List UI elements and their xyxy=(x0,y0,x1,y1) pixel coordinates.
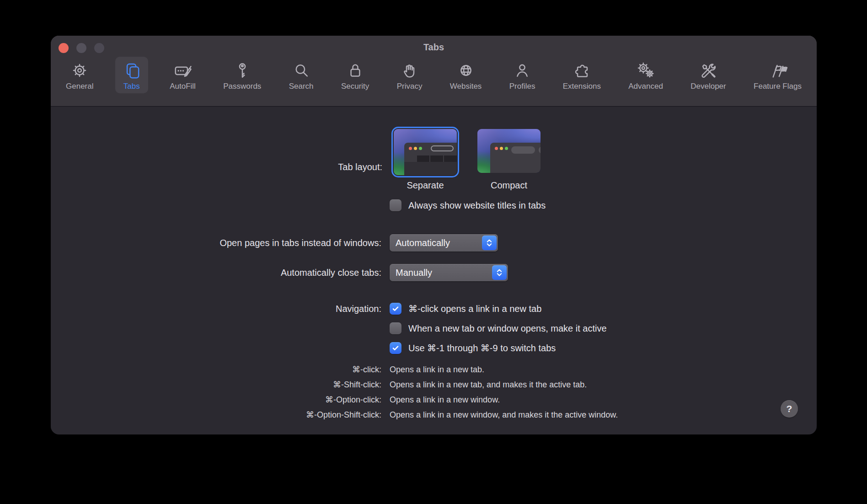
autofill-icon xyxy=(172,60,193,81)
navigation-label: Navigation: xyxy=(51,303,381,315)
lock-icon xyxy=(345,60,366,81)
toolbar-item-feature-flags[interactable]: Feature Flags xyxy=(748,57,808,93)
puzzle-icon xyxy=(571,60,592,81)
flags-icon xyxy=(767,60,788,81)
toolbar-item-profiles[interactable]: Profiles xyxy=(503,57,541,93)
shortcut-description: Opens a link in a new window, and makes … xyxy=(390,409,817,420)
close-tabs-label: Automatically close tabs: xyxy=(51,267,381,279)
help-button[interactable]: ? xyxy=(781,400,798,418)
window-title: Tabs xyxy=(51,42,817,53)
tab-layout-option-separate: Separate xyxy=(391,127,459,193)
tab-layout-thumbnail-compact[interactable] xyxy=(477,129,541,173)
checkbox-use-1-through-9-to-switch-tabs[interactable] xyxy=(390,342,401,354)
question-mark-icon: ? xyxy=(787,403,792,414)
always-show-titles-checkbox[interactable] xyxy=(390,199,401,211)
always-show-titles-label: Always show website titles in tabs xyxy=(408,199,546,211)
nav-checkbox-row: Use ⌘-1 through ⌘-9 to switch tabs xyxy=(390,342,607,354)
nav-checkbox-row: ⌘-click opens a link in a new tab xyxy=(390,303,607,315)
toolbar-item-advanced[interactable]: Advanced xyxy=(622,57,669,93)
shortcut-row: ⌘-Option-click: Opens a link in a new wi… xyxy=(51,394,817,405)
toolbar-item-general[interactable]: General xyxy=(60,57,99,93)
toolbar-item-extensions[interactable]: Extensions xyxy=(557,57,607,93)
shortcut-row: ⌘-Option-Shift-click: Opens a link in a … xyxy=(51,409,817,420)
shortcut-description: Opens a link in a new window. xyxy=(390,394,817,405)
open-pages-popup[interactable]: Automatically xyxy=(390,234,498,252)
close-tabs-popup-value: Manually xyxy=(396,268,432,278)
close-tabs-popup[interactable]: Manually xyxy=(390,264,508,281)
popup-stepper-icon xyxy=(492,265,507,280)
magnifier-icon xyxy=(291,60,312,81)
toolbar-item-search[interactable]: Search xyxy=(283,57,320,93)
globe-icon xyxy=(455,60,476,81)
always-show-titles-row: Always show website titles in tabs xyxy=(390,199,546,211)
shortcut-key: ⌘-click: xyxy=(51,364,381,375)
popup-stepper-icon xyxy=(482,236,497,250)
shortcut-row: ⌘-Shift-click: Opens a link in a new tab… xyxy=(51,379,817,390)
tab-layout-label: Tab layout: xyxy=(51,161,382,173)
checkbox-when-a-new-tab-or-window-opens-make-it-a[interactable] xyxy=(390,322,401,334)
tab-layout-option-label: Compact xyxy=(477,180,541,191)
shortcut-description: Opens a link in a new tab. xyxy=(390,364,817,375)
tab-layout-thumbnail-separate[interactable] xyxy=(391,127,459,177)
checkbox-click-opens-a-link-in-a-new-tab[interactable] xyxy=(390,303,401,315)
settings-toolbar: General Tabs AutoFill Passwords Search S… xyxy=(51,57,817,104)
tab-layout-options: SeparateCompact xyxy=(391,127,541,193)
shortcut-help-list: ⌘-click: Opens a link in a new tab. ⌘-Sh… xyxy=(51,364,817,424)
shortcut-key: ⌘-Option-click: xyxy=(51,394,381,405)
toolbar-item-privacy[interactable]: Privacy xyxy=(391,57,428,93)
toolbar-item-websites[interactable]: Websites xyxy=(444,57,488,93)
toolbar-item-passwords[interactable]: Passwords xyxy=(217,57,267,93)
toolbar-item-developer[interactable]: Developer xyxy=(685,57,732,93)
checkbox-label: ⌘-click opens a link in a new tab xyxy=(408,303,541,315)
shortcut-key: ⌘-Option-Shift-click: xyxy=(51,409,381,420)
desktop: Tabs General Tabs AutoFill Passwords Sea… xyxy=(0,0,867,504)
checkbox-label: When a new tab or window opens, make it … xyxy=(408,322,607,334)
gear-icon xyxy=(69,60,90,81)
tools-icon xyxy=(698,60,719,81)
window-preview-image xyxy=(394,129,457,175)
tab-layout-option-compact: Compact xyxy=(477,127,541,193)
open-pages-label: Open pages in tabs instead of windows: xyxy=(51,237,381,249)
toolbar-item-security[interactable]: Security xyxy=(335,57,375,93)
navigation-checkboxes: ⌘-click opens a link in a new tab When a… xyxy=(390,303,607,354)
safari-settings-window: Tabs General Tabs AutoFill Passwords Sea… xyxy=(51,36,817,434)
nav-checkbox-row: When a new tab or window opens, make it … xyxy=(390,322,607,334)
tabs-icon xyxy=(121,60,142,81)
shortcut-key: ⌘-Shift-click: xyxy=(51,379,381,390)
shortcut-description: Opens a link in a new tab, and makes it … xyxy=(390,379,817,390)
tab-layout-option-label: Separate xyxy=(391,180,459,191)
window-chrome: Tabs General Tabs AutoFill Passwords Sea… xyxy=(51,36,817,107)
checkbox-label: Use ⌘-1 through ⌘-9 to switch tabs xyxy=(408,342,556,354)
shortcut-row: ⌘-click: Opens a link in a new tab. xyxy=(51,364,817,375)
hand-icon xyxy=(399,60,420,81)
key-icon xyxy=(232,60,253,81)
window-preview-image xyxy=(477,129,541,173)
toolbar-item-tabs[interactable]: Tabs xyxy=(115,57,148,93)
open-pages-popup-value: Automatically xyxy=(396,238,450,248)
person-icon xyxy=(512,60,533,81)
toolbar-item-autofill[interactable]: AutoFill xyxy=(164,57,202,93)
gears-icon xyxy=(635,60,656,81)
